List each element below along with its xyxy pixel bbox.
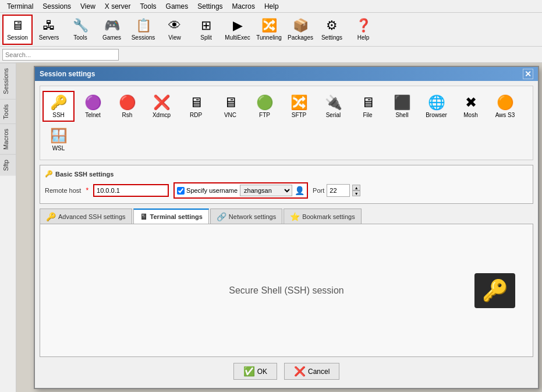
toolbar-help-label: Help <box>357 34 370 41</box>
browser-icon: 🌐 <box>428 94 445 111</box>
sidebar-tab-sftp[interactable]: Sftp <box>0 154 16 176</box>
dialog-close-button[interactable]: ✕ <box>523 69 533 79</box>
username-select[interactable]: zhangsan <box>240 185 292 196</box>
toolbar-games-button[interactable]: 🎮 Games <box>97 15 127 45</box>
terminal-settings-tab-label: Terminal settings <box>150 213 203 220</box>
packages-icon: 📦 <box>293 18 309 33</box>
remote-host-input[interactable] <box>93 184 169 197</box>
shell-icon: ⬛ <box>394 94 411 111</box>
browser-label: Browser <box>426 112 447 118</box>
port-decrement-button[interactable]: ▼ <box>352 190 360 196</box>
ssh-label: SSH <box>52 112 65 118</box>
toolbar-view-button[interactable]: 👁 View <box>160 15 190 45</box>
rsh-icon: 🔴 <box>119 94 136 111</box>
split-icon: ⊞ <box>201 18 211 33</box>
tab-advanced-ssh[interactable]: 🔑 Advanced SSH settings <box>40 209 132 224</box>
menu-games[interactable]: Games <box>161 1 193 12</box>
session-type-shell[interactable]: ⬛ Shell <box>386 91 418 122</box>
toolbar-servers-button[interactable]: 🖧 Servers <box>34 15 64 45</box>
user-icon-button[interactable]: 👤 <box>295 186 304 195</box>
sessions-icon: 📋 <box>136 18 151 33</box>
toolbar-session-label: Session <box>7 34 28 41</box>
toolbar-sessions-label: Sessions <box>132 34 155 41</box>
menu-settings[interactable]: Settings <box>193 1 227 12</box>
toolbar-settings-button[interactable]: ⚙ Settings <box>317 15 347 45</box>
ok-button[interactable]: ✅ OK <box>233 363 277 380</box>
session-type-browser[interactable]: 🌐 Browser <box>420 91 452 122</box>
toolbar-session-button[interactable]: 🖥 Session <box>2 15 33 45</box>
dialog-title-bar: Session settings ✕ <box>35 67 538 81</box>
dialog-body: 🔑 SSH 🟣 Telnet 🔴 Rsh ❌ Xdmcp 🖥 RDP <box>35 81 538 388</box>
specify-username-checkbox-label[interactable]: Specify username <box>177 187 238 195</box>
menu-macros[interactable]: Macros <box>228 1 260 12</box>
tab-terminal-settings[interactable]: 🖥 Terminal settings <box>133 209 209 224</box>
tunneling-icon: 🔀 <box>261 18 277 33</box>
ok-checkmark-icon: ✅ <box>243 366 255 377</box>
session-type-vnc[interactable]: 🖥 VNC <box>214 91 246 122</box>
terminal-settings-tab-icon: 🖥 <box>140 212 148 221</box>
menu-tools[interactable]: Tools <box>136 1 161 12</box>
settings-tabs: 🔑 Advanced SSH settings 🖥 Terminal setti… <box>40 209 533 224</box>
session-type-serial[interactable]: 🔌 Serial <box>317 91 349 122</box>
toolbar-split-button[interactable]: ⊞ Split <box>191 15 221 45</box>
tab-bookmark-settings[interactable]: ⭐ Bookmark settings <box>284 209 361 224</box>
ssh-key-icon: 🔑 <box>474 273 515 308</box>
toolbar-help-button[interactable]: ❓ Help <box>348 15 378 45</box>
remote-host-label: Remote host <box>45 187 81 194</box>
port-increment-button[interactable]: ▲ <box>352 185 360 190</box>
toolbar-multiexec-button[interactable]: ▶ MultiExec <box>222 15 253 45</box>
ssh-icon: 🔑 <box>50 94 68 111</box>
session-icon: 🖥 <box>11 18 24 33</box>
tab-network-settings[interactable]: 🔗 Network settings <box>210 209 282 224</box>
sidebar-tab-sessions[interactable]: Sessions <box>0 63 16 99</box>
rsh-label: Rsh <box>122 112 133 118</box>
sidebar-tab-macros[interactable]: Macros <box>0 123 16 154</box>
advanced-ssh-tab-label: Advanced SSH settings <box>58 213 126 220</box>
basic-ssh-section: 🔑 Basic SSH settings Remote host * Speci… <box>40 165 533 204</box>
toolbar-tools-button[interactable]: 🔧 Tools <box>65 15 95 45</box>
menu-sessions[interactable]: Sessions <box>38 1 76 12</box>
session-type-rsh[interactable]: 🔴 Rsh <box>111 91 143 122</box>
toolbar-packages-label: Packages <box>288 34 313 41</box>
toolbar-servers-label: Servers <box>39 34 59 41</box>
session-type-awss3[interactable]: 🟠 Aws S3 <box>489 91 521 122</box>
toolbar-tunneling-button[interactable]: 🔀 Tunneling <box>254 15 284 45</box>
rdp-icon: 🖥 <box>189 94 203 111</box>
xdmcp-icon: ❌ <box>153 94 171 111</box>
toolbar-packages-button[interactable]: 📦 Packages <box>285 15 316 45</box>
menu-xserver[interactable]: X server <box>100 1 136 12</box>
session-type-rdp[interactable]: 🖥 RDP <box>180 91 212 122</box>
toolbar-games-label: Games <box>102 34 121 41</box>
session-type-file[interactable]: 🖥 File <box>352 91 384 122</box>
ftp-label: FTP <box>259 112 270 118</box>
cancel-button[interactable]: ❌ Cancel <box>284 363 339 380</box>
session-type-ftp[interactable]: 🟢 FTP <box>249 91 281 122</box>
basic-ssh-icon: 🔑 <box>45 170 53 178</box>
mosh-label: Mosh <box>463 112 477 118</box>
advanced-ssh-tab-icon: 🔑 <box>46 212 56 221</box>
session-type-xdmcp[interactable]: ❌ Xdmcp <box>146 91 178 122</box>
toolbar: 🖥 Session 🖧 Servers 🔧 Tools 🎮 Games 📋 Se… <box>0 13 542 47</box>
xdmcp-label: Xdmcp <box>153 112 171 118</box>
session-type-ssh[interactable]: 🔑 SSH <box>42 91 75 122</box>
network-settings-tab-label: Network settings <box>229 213 276 220</box>
telnet-label: Telnet <box>85 112 101 118</box>
specify-username-checkbox[interactable] <box>177 187 185 195</box>
menu-terminal[interactable]: Terminal <box>2 1 38 12</box>
search-input[interactable] <box>2 49 119 61</box>
menu-help[interactable]: Help <box>260 1 284 12</box>
port-group: Port ▲ ▼ <box>313 184 360 197</box>
cancel-button-label: Cancel <box>308 368 330 376</box>
session-type-telnet[interactable]: 🟣 Telnet <box>77 91 109 122</box>
required-asterisk: * <box>86 186 88 195</box>
mosh-icon: ✖ <box>465 94 477 111</box>
toolbar-tunneling-label: Tunneling <box>256 34 282 41</box>
sidebar-tab-tools[interactable]: Tools <box>0 99 16 124</box>
session-type-wsl[interactable]: 🪟 WSL <box>42 124 75 155</box>
session-type-sftp[interactable]: 🔀 SFTP <box>283 91 315 122</box>
menu-view[interactable]: View <box>76 1 100 12</box>
session-type-mosh[interactable]: ✖ Mosh <box>455 91 487 122</box>
port-input[interactable] <box>327 184 350 197</box>
sftp-label: SFTP <box>292 112 307 118</box>
toolbar-sessions-button[interactable]: 📋 Sessions <box>128 15 158 45</box>
